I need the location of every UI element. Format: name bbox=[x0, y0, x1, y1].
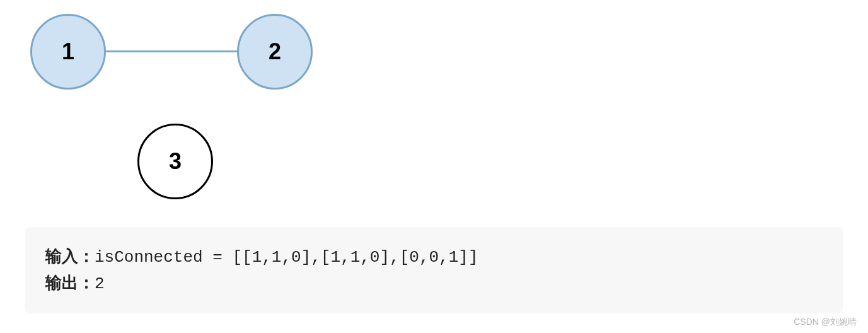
graph-node-3: 3 bbox=[137, 124, 213, 199]
node-label: 3 bbox=[169, 148, 182, 175]
example-io-block: 输入：isConnected = [[1,1,0],[1,1,0],[0,0,1… bbox=[25, 227, 843, 313]
node-label: 1 bbox=[62, 38, 74, 65]
input-label: 输入： bbox=[45, 247, 95, 266]
output-line: 输出：2 bbox=[45, 270, 823, 296]
node-label: 2 bbox=[269, 38, 281, 65]
watermark-text: CSDN @刘婉晴 bbox=[794, 317, 857, 328]
graph-edge-1-2 bbox=[106, 50, 237, 52]
output-value: 2 bbox=[95, 274, 105, 293]
input-line: 输入：isConnected = [[1,1,0],[1,1,0],[0,0,1… bbox=[45, 243, 823, 270]
graph-node-2: 2 bbox=[237, 14, 313, 90]
graph-diagram: 1 2 3 bbox=[0, 0, 868, 214]
output-label: 输出： bbox=[45, 273, 95, 292]
graph-node-1: 1 bbox=[30, 14, 106, 90]
input-value: isConnected = [[1,1,0],[1,1,0],[0,0,1]] bbox=[95, 248, 478, 267]
